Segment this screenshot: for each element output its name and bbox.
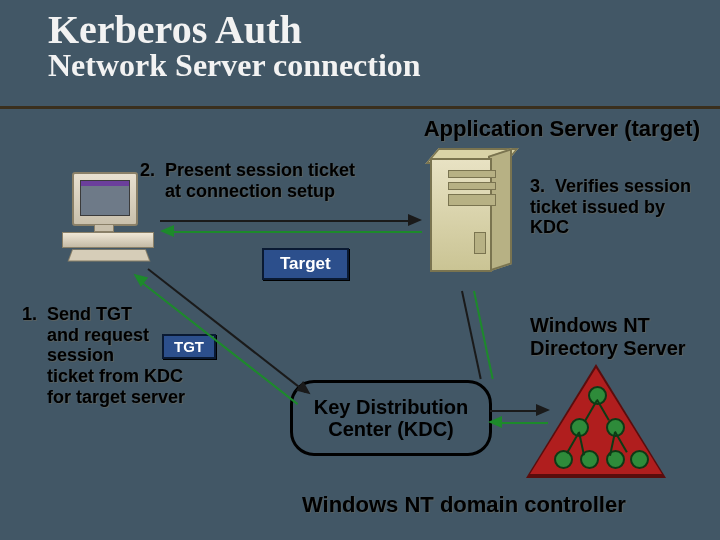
arrow-line [461, 291, 482, 379]
domain-controller-icon [530, 368, 670, 488]
server-icon [420, 158, 512, 286]
client-computer-icon [62, 172, 162, 262]
kdc-box: Key Distribution Center (KDC) [290, 380, 492, 456]
target-badge: Target [262, 248, 349, 280]
arrow-line [490, 410, 538, 412]
app-server-label: Application Server (target) [424, 116, 700, 142]
domain-controller-label: Windows NT domain controller [302, 492, 626, 518]
arrow-line [172, 231, 422, 233]
nt-directory-label: Windows NT Directory Server [530, 314, 690, 360]
page-subtitle: Network Server connection [48, 47, 421, 84]
step-2: 2. Present session ticket at connection … [140, 160, 355, 201]
tgt-badge: TGT [162, 334, 216, 359]
arrow-head-icon [488, 416, 502, 428]
title-rule [0, 106, 720, 109]
arrow-line [500, 422, 548, 424]
arrow-head-icon [408, 214, 422, 226]
step-3: 3. Verifies session ticket issued by KDC [530, 176, 700, 238]
arrow-head-icon [536, 404, 550, 416]
title-block: Kerberos Auth Network Server connection [48, 6, 421, 84]
page-title: Kerberos Auth [48, 6, 421, 53]
arrow-head-icon [160, 225, 174, 237]
arrow-line [160, 220, 410, 222]
